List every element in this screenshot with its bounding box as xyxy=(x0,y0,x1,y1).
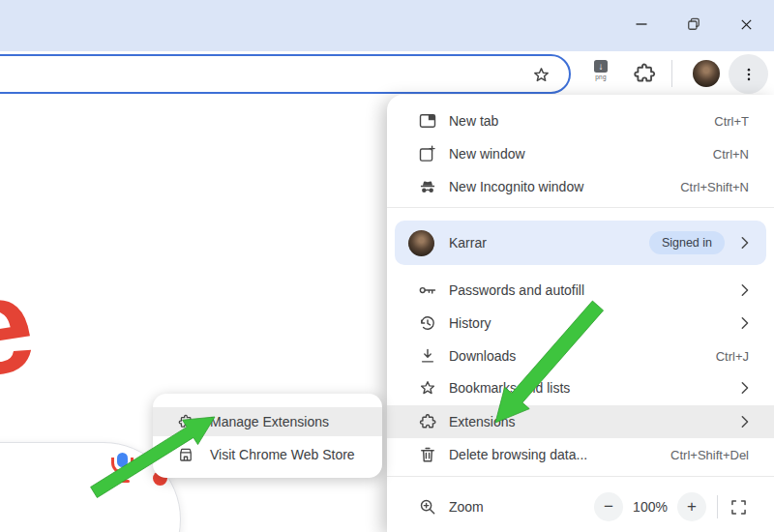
zoom-magnifier-icon xyxy=(418,497,437,517)
extensions-submenu: Manage Extensions Visit Chrome Web Store xyxy=(153,394,382,478)
menu-item-delete-browsing-data[interactable]: Delete browsing data... Ctrl+Shift+Del xyxy=(387,438,774,471)
profile-avatar[interactable] xyxy=(693,60,720,87)
profile-row-avatar xyxy=(408,230,434,256)
menu-item-new-tab[interactable]: New tab Ctrl+T xyxy=(387,104,774,137)
web-store-icon xyxy=(177,446,194,463)
chrome-menu: New tab Ctrl+T New window Ctrl+N New Inc… xyxy=(387,95,774,532)
extensions-puzzle-icon[interactable] xyxy=(632,61,657,90)
profile-name: Karrar xyxy=(449,235,649,251)
chevron-right-icon xyxy=(740,381,749,395)
titlebar xyxy=(0,0,774,51)
google-logo-letter-e: e xyxy=(0,254,43,399)
profile-menu-row[interactable]: Karrar Signed in xyxy=(395,221,766,265)
minimize-button[interactable] xyxy=(627,10,656,39)
restore-button[interactable] xyxy=(679,10,708,39)
menu-item-new-incognito-window[interactable]: New Incognito window Ctrl+Shift+N xyxy=(387,170,774,203)
menu-separator xyxy=(387,207,774,208)
toolbar-divider xyxy=(671,60,672,87)
history-clock-icon xyxy=(418,313,437,333)
menu-item-downloads[interactable]: Downloads Ctrl+J xyxy=(387,340,774,372)
menu-item-passwords[interactable]: Passwords and autofill xyxy=(387,274,774,307)
extensions-puzzle-icon xyxy=(177,413,194,430)
bookmark-star-icon[interactable] xyxy=(531,65,551,89)
address-bar[interactable] xyxy=(0,54,571,94)
chevron-right-icon xyxy=(740,316,749,330)
menu-item-new-window[interactable]: New window Ctrl+N xyxy=(387,137,774,170)
zoom-out-button[interactable]: − xyxy=(594,492,623,521)
fullscreen-icon xyxy=(729,497,749,517)
signed-in-badge: Signed in xyxy=(649,231,725,254)
voice-search-mic-icon[interactable] xyxy=(108,453,137,489)
submenu-item-manage-extensions[interactable]: Manage Extensions xyxy=(153,407,382,436)
incognito-icon xyxy=(418,177,437,196)
download-icon xyxy=(418,346,437,366)
chevron-right-icon xyxy=(740,415,749,429)
zoom-divider xyxy=(717,495,718,518)
three-dot-menu-button[interactable] xyxy=(729,54,768,94)
png-downloader-extension-icon[interactable]: ↓ png xyxy=(590,60,611,87)
submenu-item-visit-web-store[interactable]: Visit Chrome Web Store xyxy=(153,440,382,469)
zoom-level: 100% xyxy=(623,499,677,515)
star-icon xyxy=(418,378,437,398)
fullscreen-button[interactable] xyxy=(729,497,749,517)
extensions-puzzle-icon xyxy=(418,412,437,431)
menu-separator xyxy=(387,476,774,477)
trash-icon xyxy=(418,445,437,464)
menu-item-history[interactable]: History xyxy=(387,307,774,340)
key-icon xyxy=(418,281,437,300)
menu-item-zoom: Zoom − 100% + xyxy=(387,490,774,523)
chevron-right-icon xyxy=(740,236,749,250)
close-button[interactable] xyxy=(731,10,760,39)
zoom-in-button[interactable]: + xyxy=(677,492,706,521)
menu-item-extensions[interactable]: Extensions xyxy=(387,405,774,438)
three-dot-menu-icon xyxy=(740,66,758,83)
download-arrow-icon: ↓ xyxy=(594,60,608,73)
browser-window: ↓ png e New tab Ctrl+T xyxy=(0,0,774,532)
toolbar: ↓ png xyxy=(0,51,774,97)
chevron-right-icon xyxy=(740,283,749,297)
png-badge-label: png xyxy=(595,74,607,80)
new-tab-icon xyxy=(418,111,437,131)
new-window-icon xyxy=(418,144,437,163)
menu-item-bookmarks[interactable]: Bookmarks and lists xyxy=(387,371,774,404)
